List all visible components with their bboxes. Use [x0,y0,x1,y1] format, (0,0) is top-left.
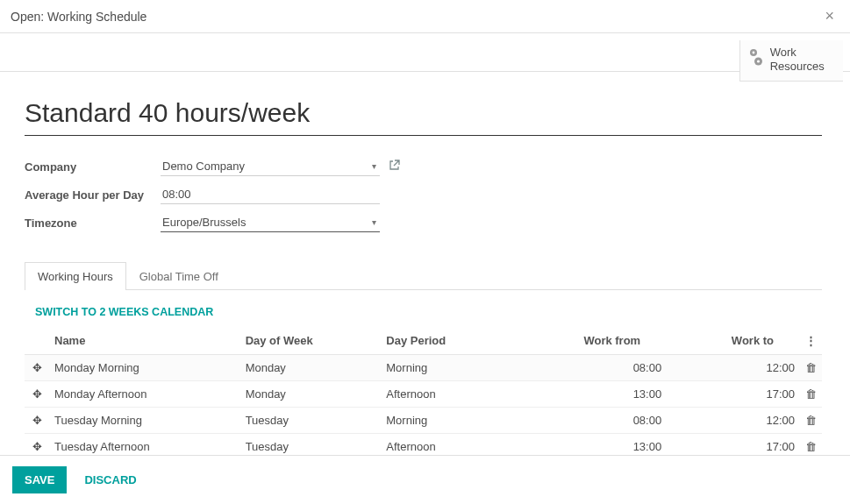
drag-handle-icon[interactable]: ✥ [25,355,49,381]
subheader [0,33,850,72]
chevron-down-icon: ▾ [372,161,376,171]
cell-dow: Tuesday [240,434,382,456]
cell-dow: Tuesday [240,408,382,434]
company-value: Demo Company [162,160,245,173]
cell-period: Afternoon [381,434,507,456]
table-row[interactable]: ✥Tuesday MorningTuesdayMorning08:0012:00… [25,408,822,434]
col-to: Work to [667,327,800,355]
timezone-select[interactable]: Europe/Brussels ▾ [161,213,380,232]
discard-button[interactable]: DISCARD [79,472,141,487]
cell-period: Morning [381,355,507,381]
svg-point-1 [753,52,755,54]
tab-global-time-off[interactable]: Global Time Off [126,262,232,290]
cell-name: Tuesday Afternoon [49,434,240,456]
titlebar: Open: Working Schedule × [0,0,850,33]
tab-working-hours[interactable]: Working Hours [25,262,126,290]
content-scroll[interactable]: Standard 40 hours/week Company Demo Comp… [0,79,843,455]
save-button[interactable]: SAVE [12,466,67,493]
col-period: Day Period [381,327,507,355]
drag-handle-icon[interactable]: ✥ [25,408,49,434]
window-title: Open: Working Schedule [11,10,146,24]
trash-icon[interactable]: 🗑 [800,381,822,408]
drag-handle-icon[interactable]: ✥ [25,381,49,408]
tabs: Working Hours Global Time Off [25,262,822,290]
avg-hour-value: 08:00 [162,188,191,201]
cell-from: 13:00 [507,434,667,456]
working-hours-table: Name Day of Week Day Period Work from Wo… [25,327,822,455]
table-row[interactable]: ✥Monday MorningMondayMorning08:0012:00🗑 [25,355,822,381]
cell-period: Morning [381,408,507,434]
work-resources-line1: Work [770,46,796,59]
page-title: Standard 40 hours/week [25,98,822,136]
cell-to: 17:00 [667,381,800,408]
cell-period: Afternoon [381,381,507,408]
timezone-value: Europe/Brussels [162,216,246,229]
table-row[interactable]: ✥Monday AfternoonMondayAfternoon13:0017:… [25,381,822,408]
column-menu-icon[interactable]: ⋮ [800,327,822,355]
company-label: Company [25,160,161,174]
cell-name: Monday Morning [49,355,240,381]
cell-name: Monday Afternoon [49,381,240,408]
col-from: Work from [507,327,667,355]
cell-from: 08:00 [507,408,667,434]
timezone-label: Timezone [25,217,161,230]
drag-handle-icon[interactable]: ✥ [25,434,49,456]
chevron-down-icon: ▾ [372,217,376,227]
cell-name: Tuesday Morning [49,408,240,434]
company-select[interactable]: Demo Company ▾ [161,157,380,176]
gears-icon [747,46,767,70]
cell-dow: Monday [240,355,382,381]
trash-icon[interactable]: 🗑 [800,355,822,381]
svg-point-3 [757,60,760,62]
switch-calendar-link[interactable]: SWITCH TO 2 WEEKS CALENDAR [35,306,822,318]
close-icon[interactable]: × [819,7,839,25]
external-link-icon[interactable] [389,160,400,174]
avg-hour-label: Average Hour per Day [25,188,161,202]
cell-from: 08:00 [507,355,667,381]
col-dow: Day of Week [240,327,382,355]
trash-icon[interactable]: 🗑 [800,408,822,434]
avg-hour-input[interactable]: 08:00 [161,185,380,204]
cell-to: 17:00 [667,434,800,456]
col-name: Name [49,327,240,355]
cell-dow: Monday [240,381,382,408]
cell-to: 12:00 [667,408,800,434]
form: Company Demo Company ▾ Average Hour per … [25,157,822,232]
trash-icon[interactable]: 🗑 [800,434,822,456]
footer: SAVE DISCARD [0,455,850,504]
cell-to: 12:00 [667,355,800,381]
cell-from: 13:00 [507,381,667,408]
work-resources-button[interactable]: Work Resources [739,40,843,82]
table-row[interactable]: ✥Tuesday AfternoonTuesdayAfternoon13:001… [25,434,822,456]
work-resources-line2: Resources [770,60,825,73]
